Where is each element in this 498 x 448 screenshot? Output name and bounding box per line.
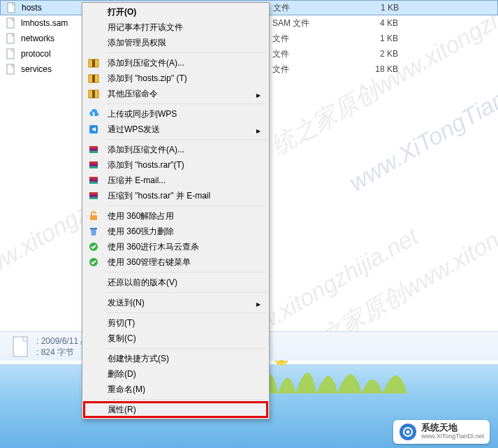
file-icon [6,48,17,59]
menu-copy[interactable]: 复制(C) [84,331,268,346]
menu-label: 上传或同步到WPS [108,108,177,120]
menu-label: 用记事本打开该文件 [108,22,183,34]
svg-rect-24 [90,215,97,220]
file-size: 1 KB [349,34,412,43]
menu-360-unlock[interactable]: 使用 360解除占用 [84,208,268,224]
svg-rect-16 [89,161,98,164]
menu-label: 添加到压缩文件(A)... [108,57,184,69]
menu-360-force-del[interactable]: 使用 360强力删除 [84,224,268,239]
menu-360-manage[interactable]: 使用 360管理右键菜单 [84,254,268,270]
file-type: SAM 文件 [272,17,349,29]
svg-rect-23 [89,197,98,199]
svg-rect-3 [7,49,14,59]
svg-rect-4 [7,64,14,74]
menu-label: 其他压缩命令 [108,88,158,100]
file-type: 文件 [273,2,350,14]
menu-properties[interactable]: 属性(R) [84,402,268,417]
svg-rect-1 [7,18,14,28]
file-size: 2 KB [349,49,412,59]
menu-label: 添加管理员权限 [108,37,166,49]
svg-rect-13 [89,146,98,148]
menu-open-notepad[interactable]: 用记事本打开该文件 [84,20,268,35]
chevron-right-icon: ▸ [256,299,261,309]
menu-label: 剪切(T) [108,317,135,329]
zip-icon [88,57,99,68]
menu-winrar-add[interactable]: 添加到压缩文件(A)... [84,142,268,157]
menu-separator [106,205,266,206]
menu-send-to[interactable]: 发送到(N) ▸ [84,295,268,310]
menu-create-shortcut[interactable]: 创建快捷方式(S) [84,351,268,366]
menu-open[interactable]: 打开(O) [84,4,268,20]
logo-url: www.XiTongTianDi.net [421,432,484,441]
file-icon [6,17,17,29]
file-size: 18 KB [349,64,412,74]
svg-rect-17 [89,166,98,168]
menu-separator [106,52,266,53]
menu-wps-upload[interactable]: 上传或同步到WPS [84,106,268,122]
chevron-right-icon: ▸ [256,126,261,136]
winrar-icon [88,159,99,171]
cloud-upload-icon [88,108,99,120]
winrar-icon [88,190,99,201]
file-size: 1 KB [350,3,413,13]
menu-winrar-hosts[interactable]: 添加到 "hosts.rar"(T) [84,157,268,173]
menu-label: 使用 360进行木马云查杀 [108,241,199,253]
file-icon [6,2,17,13]
menu-label: 通过WPS发送 [108,124,160,136]
menu-label: 复制(C) [108,333,136,345]
share-icon [88,124,99,135]
menu-label: 添加到 "hosts.zip" (T) [108,73,187,85]
menu-label: 删除(D) [108,368,136,380]
menu-winrar-email[interactable]: 压缩并 E-mail... [84,173,268,188]
menu-delete[interactable]: 删除(D) [84,366,268,382]
logo-badge: 系统天地 www.XiTongTianDi.net [393,420,490,444]
menu-label: 重命名(M) [108,384,145,396]
winrar-icon [88,144,99,155]
svg-rect-22 [89,192,98,194]
menu-separator [106,272,266,273]
menu-winrar-rar-email[interactable]: 压缩到 "hosts.rar" 并 E-mail [84,188,268,203]
menu-add-archive[interactable]: 添加到压缩文件(A)... [84,55,268,71]
menu-label: 压缩并 E-mail... [108,175,166,187]
menu-label: 属性(R) [108,404,136,416]
file-type: 文件 [272,64,349,75]
menu-label: 发送到(N) [108,297,145,309]
file-large-icon [10,335,32,358]
menu-rename[interactable]: 重命名(M) [84,382,268,397]
svg-rect-14 [89,151,98,153]
menu-360-trojan[interactable]: 使用 360进行木马云查杀 [84,239,268,254]
menu-label: 使用 360管理右键菜单 [108,256,191,268]
menu-separator [106,348,266,349]
menu-separator [106,312,266,313]
winrar-icon [88,175,99,186]
menu-label: 压缩到 "hosts.rar" 并 E-mail [108,190,210,202]
file-type: 文件 [272,33,349,45]
logo-title: 系统天地 [421,423,484,432]
file-icon [6,64,17,75]
unlock-icon [88,210,99,222]
svg-rect-25 [90,228,97,229]
file-icon [6,33,17,44]
menu-separator [106,139,266,140]
file-type: 文件 [272,48,349,60]
svg-rect-8 [92,75,95,82]
menu-restore-previous[interactable]: 还原以前的版本(V) [84,275,268,290]
trash-icon [88,226,99,237]
menu-admin[interactable]: 添加管理员权限 [84,35,268,50]
svg-point-32 [407,431,410,434]
menu-wps-send[interactable]: 通过WPS发送 ▸ [84,122,268,137]
menu-other-compress[interactable]: 其他压缩命令 ▸ [84,86,268,101]
menu-separator [106,292,266,293]
svg-rect-0 [8,3,15,13]
menu-label: 打开(O) [108,6,136,18]
menu-label: 使用 360解除占用 [108,210,174,222]
menu-label: 添加到压缩文件(A)... [108,144,184,156]
chevron-right-icon: ▸ [256,90,261,100]
menu-add-hosts-zip[interactable]: 添加到 "hosts.zip" (T) [84,71,268,86]
menu-cut[interactable]: 剪切(T) [84,315,268,331]
menu-separator [106,399,266,400]
zip-icon [88,88,99,99]
svg-rect-20 [89,182,98,184]
svg-rect-19 [89,177,98,179]
menu-separator [106,103,266,104]
